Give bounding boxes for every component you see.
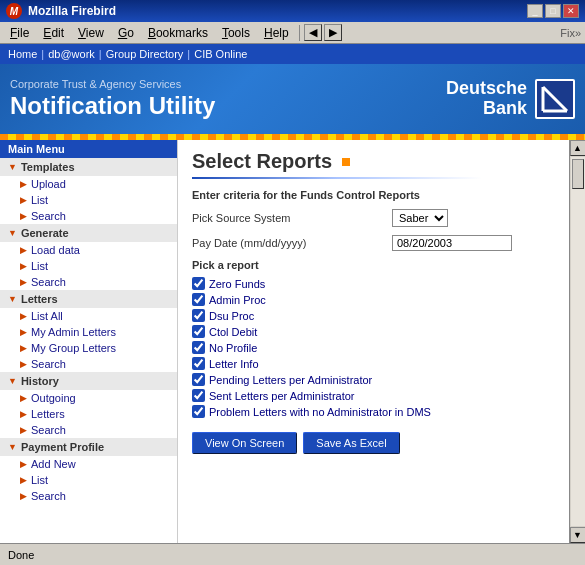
source-system-row: Pick Source System Saber Other — [192, 209, 555, 227]
menu-tools[interactable]: Tools — [216, 24, 256, 42]
checkbox-label-0: Zero Funds — [209, 278, 265, 290]
letters-label: Letters — [21, 293, 58, 305]
checkbox-4[interactable] — [192, 341, 205, 354]
scroll-track[interactable] — [571, 157, 585, 526]
nav-home[interactable]: Home — [8, 48, 37, 60]
nav-dbwork[interactable]: db@work — [48, 48, 95, 60]
nav-back-button[interactable]: ◀ — [304, 24, 322, 41]
checkbox-row-3: Ctol Debit — [192, 325, 555, 338]
add-new-label: Add New — [31, 458, 76, 470]
checkboxes-container: Zero FundsAdmin ProcDsu ProcCtol DebitNo… — [192, 277, 555, 418]
nav-forward-button[interactable]: ▶ — [324, 24, 342, 41]
sidebar-item-my-admin-letters[interactable]: ▶ My Admin Letters — [0, 324, 177, 340]
checkbox-row-6: Pending Letters per Administrator — [192, 373, 555, 386]
checkbox-0[interactable] — [192, 277, 205, 290]
menu-file[interactable]: File — [4, 24, 35, 42]
templates-list-arrow: ▶ — [20, 195, 27, 205]
checkbox-label-5: Letter Info — [209, 358, 259, 370]
menu-bar: File Edit View Go Bookmarks Tools Help ◀… — [0, 22, 585, 44]
title-indicator — [342, 158, 350, 166]
checkbox-row-2: Dsu Proc — [192, 309, 555, 322]
menu-help[interactable]: Help — [258, 24, 295, 42]
nav-cib-online[interactable]: CIB Online — [194, 48, 247, 60]
source-system-select[interactable]: Saber Other — [392, 209, 448, 227]
generate-arrow: ▼ — [8, 228, 17, 238]
sidebar-item-letters-search[interactable]: ▶ Search — [0, 356, 177, 372]
bank-name: DeutscheBank — [446, 79, 527, 119]
status-text: Done — [8, 549, 34, 561]
pay-date-row: Pay Date (mm/dd/yyyy) — [192, 235, 555, 251]
app-icon: M — [6, 3, 22, 19]
templates-label: Templates — [21, 161, 75, 173]
sidebar-item-load-data[interactable]: ▶ Load data — [0, 242, 177, 258]
sidebar-item-list-all[interactable]: ▶ List All — [0, 308, 177, 324]
sidebar-item-templates-search[interactable]: ▶ Search — [0, 208, 177, 224]
menu-bookmarks[interactable]: Bookmarks — [142, 24, 214, 42]
maximize-button[interactable]: □ — [545, 4, 561, 18]
menu-go[interactable]: Go — [112, 24, 140, 42]
payment-profile-label: Payment Profile — [21, 441, 104, 453]
sidebar-item-payment-list[interactable]: ▶ List — [0, 472, 177, 488]
checkbox-8[interactable] — [192, 405, 205, 418]
payment-list-label: List — [31, 474, 48, 486]
checkbox-1[interactable] — [192, 293, 205, 306]
menu-view[interactable]: View — [72, 24, 110, 42]
templates-arrow: ▼ — [8, 162, 17, 172]
scroll-up-button[interactable]: ▲ — [570, 140, 586, 156]
section-history: ▼ History ▶ Outgoing ▶ Letters ▶ Search — [0, 372, 177, 438]
pick-report-label: Pick a report — [192, 259, 555, 271]
checkbox-5[interactable] — [192, 357, 205, 370]
checkbox-row-8: Problem Letters with no Administrator in… — [192, 405, 555, 418]
section-generate-title[interactable]: ▼ Generate — [0, 224, 177, 242]
save-as-excel-button[interactable]: Save As Excel — [303, 432, 399, 454]
svg-line-0 — [543, 87, 567, 111]
scrollbar[interactable]: ▲ ▼ — [569, 140, 585, 543]
generate-list-label: List — [31, 260, 48, 272]
checkbox-3[interactable] — [192, 325, 205, 338]
menu-edit[interactable]: Edit — [37, 24, 70, 42]
checkbox-label-3: Ctol Debit — [209, 326, 257, 338]
minimize-button[interactable]: _ — [527, 4, 543, 18]
section-templates-title[interactable]: ▼ Templates — [0, 158, 177, 176]
pay-date-label: Pay Date (mm/dd/yyyy) — [192, 237, 392, 249]
sidebar-item-generate-list[interactable]: ▶ List — [0, 258, 177, 274]
close-button[interactable]: ✕ — [563, 4, 579, 18]
section-letters-title[interactable]: ▼ Letters — [0, 290, 177, 308]
sidebar-item-my-group-letters[interactable]: ▶ My Group Letters — [0, 340, 177, 356]
history-search-label: Search — [31, 424, 66, 436]
sidebar-item-history-letters[interactable]: ▶ Letters — [0, 406, 177, 422]
page-title-row: Select Reports — [192, 150, 555, 173]
sidebar-item-generate-search[interactable]: ▶ Search — [0, 274, 177, 290]
generate-label: Generate — [21, 227, 69, 239]
checkbox-7[interactable] — [192, 389, 205, 402]
sidebar-item-templates-list[interactable]: ▶ List — [0, 192, 177, 208]
nav-fix: Fix» — [560, 27, 581, 39]
section-history-title[interactable]: ▼ History — [0, 372, 177, 390]
sidebar-item-outgoing[interactable]: ▶ Outgoing — [0, 390, 177, 406]
checkbox-label-4: No Profile — [209, 342, 257, 354]
nav-group-directory[interactable]: Group Directory — [106, 48, 184, 60]
brand-title: Notification Utility — [10, 92, 215, 120]
pay-date-input[interactable] — [392, 235, 512, 251]
checkbox-2[interactable] — [192, 309, 205, 322]
templates-search-label: Search — [31, 210, 66, 222]
sidebar-item-add-new[interactable]: ▶ Add New — [0, 456, 177, 472]
section-payment-profile: ▼ Payment Profile ▶ Add New ▶ List ▶ Sea… — [0, 438, 177, 504]
sidebar-item-history-search[interactable]: ▶ Search — [0, 422, 177, 438]
nav-bar: Home | db@work | Group Directory | CIB O… — [0, 44, 585, 64]
scroll-thumb[interactable] — [572, 159, 584, 189]
window-controls[interactable]: _ □ ✕ — [527, 4, 579, 18]
view-on-screen-button[interactable]: View On Screen — [192, 432, 297, 454]
sidebar-header: Main Menu — [0, 140, 177, 158]
section-payment-profile-title[interactable]: ▼ Payment Profile — [0, 438, 177, 456]
templates-list-label: List — [31, 194, 48, 206]
sidebar-item-upload[interactable]: ▶ Upload — [0, 176, 177, 192]
checkbox-6[interactable] — [192, 373, 205, 386]
letters-search-label: Search — [31, 358, 66, 370]
sidebar-item-payment-search[interactable]: ▶ Search — [0, 488, 177, 504]
history-label: History — [21, 375, 59, 387]
main-content: Select Reports Enter criteria for the Fu… — [178, 140, 569, 543]
section-templates: ▼ Templates ▶ Upload ▶ List ▶ Search — [0, 158, 177, 224]
scroll-down-button[interactable]: ▼ — [570, 527, 586, 543]
brand-subtitle: Corporate Trust & Agency Services — [10, 78, 215, 90]
